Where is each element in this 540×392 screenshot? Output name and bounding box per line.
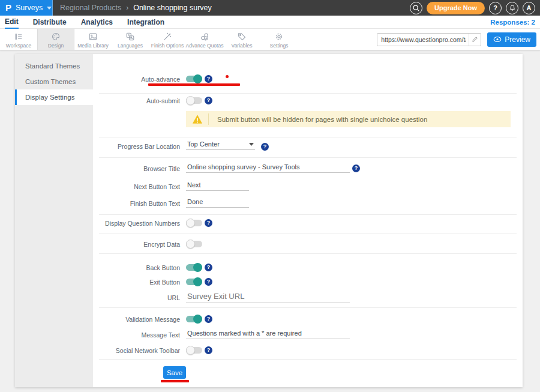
auto-advance-label: Auto-advance bbox=[93, 76, 180, 83]
nav-item-analytics[interactable]: Analytics bbox=[81, 16, 113, 28]
tab-variables[interactable]: Variables bbox=[223, 29, 260, 50]
exit-url-input[interactable] bbox=[186, 291, 350, 303]
encrypt-data-label: Encrypt Data bbox=[93, 241, 180, 248]
breadcrumb-parent[interactable]: Regional Products bbox=[60, 4, 121, 12]
responses-count[interactable]: Responses: 2 bbox=[490, 19, 540, 26]
tab-design[interactable]: Design bbox=[37, 29, 74, 50]
tab-advance-quotas[interactable]: Advance Quotas bbox=[186, 29, 223, 50]
save-button[interactable]: Save bbox=[163, 366, 186, 379]
sidebar-item-display-settings[interactable]: Display Settings bbox=[15, 89, 93, 105]
top-header: P Surveys Regional Products › Online sho… bbox=[0, 0, 540, 16]
encrypt-data-toggle[interactable] bbox=[186, 240, 202, 249]
nav-item-distribute[interactable]: Distribute bbox=[33, 16, 67, 28]
browser-title-help-icon[interactable]: ? bbox=[352, 164, 360, 172]
progress-bar-help-icon[interactable]: ? bbox=[261, 143, 269, 151]
auto-submit-warning: Submit button will be hidden for pages w… bbox=[186, 111, 511, 127]
display-question-numbers-label: Display Question Numbers bbox=[93, 220, 180, 227]
pencil-icon bbox=[472, 36, 478, 43]
product-name: Surveys bbox=[16, 4, 43, 12]
annotation-underline bbox=[161, 380, 189, 382]
upgrade-now-button[interactable]: Upgrade Now bbox=[427, 2, 485, 14]
tag-icon bbox=[237, 32, 247, 41]
auto-advance-help-icon[interactable]: ? bbox=[205, 75, 212, 83]
breadcrumb-separator-icon: › bbox=[126, 4, 128, 12]
help-button[interactable]: ? bbox=[489, 2, 502, 14]
exit-button-toggle[interactable] bbox=[186, 277, 202, 286]
validation-message-toggle[interactable] bbox=[186, 315, 202, 324]
magic-wand-icon bbox=[163, 32, 172, 41]
social-network-toolbar-help-icon[interactable]: ? bbox=[205, 346, 212, 354]
browser-title-input[interactable] bbox=[186, 163, 350, 173]
auto-advance-toggle[interactable] bbox=[186, 74, 202, 83]
tab-label: Settings bbox=[270, 43, 289, 49]
warning-triangle-icon bbox=[186, 113, 209, 125]
tab-label: Workspace bbox=[6, 43, 31, 49]
product-switcher[interactable]: P Surveys bbox=[0, 0, 53, 16]
content-card: Standard Themes Custom Themes Display Se… bbox=[15, 54, 523, 387]
warning-text: Submit button will be hidden for pages w… bbox=[209, 116, 427, 123]
tab-media-library[interactable]: Media Library bbox=[74, 29, 112, 50]
image-icon bbox=[88, 32, 98, 41]
tab-label: Advance Quotas bbox=[186, 43, 224, 49]
account-avatar[interactable]: A bbox=[523, 2, 535, 14]
toolbar-right: Preview bbox=[377, 29, 540, 50]
chevron-down-icon bbox=[249, 143, 254, 146]
edit-url-button[interactable] bbox=[469, 34, 481, 46]
workspace-icon bbox=[14, 32, 23, 41]
sidebar-item-custom-themes[interactable]: Custom Themes bbox=[15, 74, 93, 89]
back-button-label: Back Button bbox=[93, 264, 180, 271]
tab-label: Languages bbox=[118, 43, 143, 49]
back-button-toggle[interactable] bbox=[186, 263, 202, 272]
chain-link-icon bbox=[200, 32, 209, 41]
display-question-numbers-help-icon[interactable]: ? bbox=[205, 219, 212, 227]
tab-label: Design bbox=[48, 43, 64, 49]
back-button-help-icon[interactable]: ? bbox=[205, 264, 212, 271]
validation-message-label: Validation Message bbox=[93, 316, 180, 323]
finish-button-text-input[interactable] bbox=[186, 198, 249, 208]
divider bbox=[99, 157, 517, 158]
validation-message-help-icon[interactable]: ? bbox=[205, 315, 212, 323]
exit-button-help-icon[interactable]: ? bbox=[205, 278, 212, 286]
progress-bar-location-label: Progress Bar Location bbox=[93, 143, 180, 150]
survey-url-input[interactable] bbox=[377, 36, 469, 43]
survey-url-box bbox=[377, 33, 481, 46]
social-network-toolbar-toggle[interactable] bbox=[186, 346, 202, 355]
tab-label: Finish Options bbox=[151, 43, 184, 49]
design-toolbar: Workspace Design Media Library Languages… bbox=[0, 29, 540, 50]
notifications-button[interactable] bbox=[506, 2, 518, 14]
chevron-down-icon bbox=[47, 7, 52, 10]
tab-label: Variables bbox=[232, 43, 253, 49]
browser-title-label: Browser Title bbox=[93, 165, 180, 172]
gear-icon bbox=[274, 32, 284, 41]
translate-icon bbox=[125, 32, 135, 41]
display-question-numbers-toggle[interactable] bbox=[186, 219, 202, 228]
tab-languages[interactable]: Languages bbox=[112, 29, 149, 50]
nav-item-integration[interactable]: Integration bbox=[127, 16, 164, 28]
tab-workspace[interactable]: Workspace bbox=[0, 29, 37, 50]
exit-url-label: URL bbox=[93, 294, 180, 301]
preview-button[interactable]: Preview bbox=[487, 32, 536, 47]
message-text-label: Message Text bbox=[93, 331, 180, 339]
sidebar-item-standard-themes[interactable]: Standard Themes bbox=[15, 58, 93, 74]
nav-item-edit[interactable]: Edit bbox=[5, 16, 19, 29]
search-button[interactable] bbox=[410, 2, 422, 14]
auto-submit-help-icon[interactable]: ? bbox=[205, 97, 212, 104]
breadcrumb: Regional Products › Online shopping surv… bbox=[60, 4, 212, 12]
breadcrumb-current: Online shopping survey bbox=[133, 4, 212, 12]
auto-submit-toggle[interactable] bbox=[186, 96, 202, 105]
progress-bar-location-select[interactable]: Top Center bbox=[186, 140, 255, 150]
progress-bar-location-value: Top Center bbox=[187, 140, 220, 148]
themes-sidebar: Standard Themes Custom Themes Display Se… bbox=[15, 54, 93, 387]
eye-icon bbox=[493, 36, 502, 43]
design-palette-icon bbox=[51, 32, 61, 41]
display-settings-panel: Auto-advance ? Auto-submit ? Submit butt… bbox=[93, 54, 523, 387]
search-icon bbox=[412, 4, 420, 12]
divider bbox=[99, 359, 517, 360]
annotation-dot bbox=[226, 75, 229, 78]
tab-finish-options[interactable]: Finish Options bbox=[149, 29, 186, 50]
message-text-input[interactable] bbox=[186, 329, 350, 339]
tab-settings[interactable]: Settings bbox=[260, 29, 298, 50]
preview-label: Preview bbox=[505, 35, 530, 44]
divider bbox=[99, 253, 517, 254]
next-button-text-input[interactable] bbox=[186, 181, 249, 191]
